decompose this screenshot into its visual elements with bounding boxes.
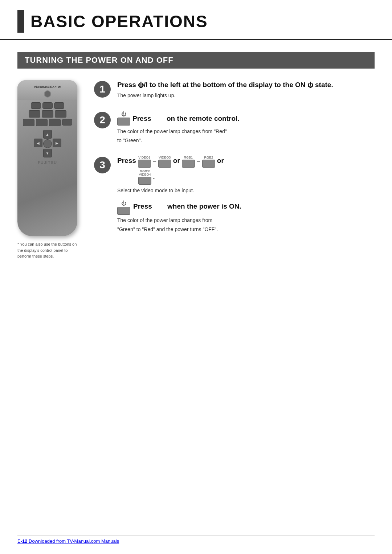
step-3-btn-rgb1: RGB1 (182, 156, 195, 168)
section-bar: TURNING THE POWER ON AND OFF (17, 52, 375, 69)
power-icon-above: ⏻ (121, 111, 126, 117)
off-desc-line1: The color of the power lamp changes from (117, 217, 375, 224)
step-3-dash-2: – (197, 158, 200, 165)
section-title: TURNING THE POWER ON AND OFF (25, 56, 173, 65)
step-3-press-label: Press (117, 156, 136, 166)
step-3: 3 Press VIDEO1 – VIDEO3 or RG (94, 156, 375, 235)
step-2-icon-col: ⏻ (117, 111, 130, 126)
remote-mid-buttons (20, 110, 74, 118)
dpad-up: ▲ (43, 130, 52, 139)
page-footer: E-12 Downloaded from TV-Manual.com Manua… (17, 535, 375, 544)
remote-lower-buttons (20, 119, 74, 126)
footer-link-text: Downloaded from TV-Manual.com Manuals (27, 538, 119, 544)
step-1-desc: The power lamp lights up. (117, 92, 375, 99)
remote-btn-mode (54, 102, 64, 109)
remote-brand: Plasmavision W (34, 85, 61, 89)
step-2: 2 ⏻ Press on the remote control. The col… (94, 111, 375, 146)
remote-column: Plasmavision W (17, 80, 81, 259)
remote-top-buttons (20, 102, 74, 109)
step-3-btn-rgb3: RGB3/VIDEO4 (138, 170, 151, 185)
step-2-desc-line1: The color of the power lamp changes from… (117, 128, 375, 135)
page-title: BASIC OPERATIONS (30, 12, 208, 31)
step-3-btn-video3: VIDEO3 (158, 156, 171, 168)
step-3-or-2: or (217, 156, 224, 166)
main-content: Plasmavision W (0, 80, 392, 259)
power-symbol-2: ⏻ (307, 82, 313, 88)
step-2-desc-line2: to "Green". (117, 137, 375, 144)
remote-btn-video1 (29, 110, 40, 118)
footer-page-label: E- (17, 538, 22, 544)
step-2-heading: Press on the remote control. (132, 114, 240, 124)
step-3-desc: Select the video mode to be input. (117, 187, 375, 194)
step-1-heading: Press ⏻/I to the left at the bottom of t… (117, 80, 375, 90)
step-3-btn-rgb3-row: RGB3/VIDEO4 . (138, 170, 375, 185)
off-icon-col: ⏻ (117, 200, 130, 215)
off-power-icon: ⏻ (121, 200, 126, 206)
step-2-press-label: Press (132, 115, 151, 122)
remote-btn-rgb2 (49, 119, 61, 126)
off-power-button (117, 207, 130, 215)
remote-top: Plasmavision W (17, 80, 77, 100)
remote-btn-video2 (42, 110, 53, 118)
step-1-number: 1 (94, 81, 111, 98)
page-header: BASIC OPERATIONS (0, 0, 392, 40)
step-3-dash-1: – (153, 158, 156, 165)
step-3-period: . (153, 173, 155, 180)
remote-btn-rgb1 (55, 110, 66, 118)
remote-btn-display (31, 102, 41, 109)
off-heading-post: when the power is ON. (167, 202, 241, 210)
step-2-number: 2 (94, 112, 111, 128)
remote-manufacturer: FUJITSU (17, 160, 77, 165)
footer-page-num: 12 (22, 538, 27, 544)
dpad-right: ▶ (53, 139, 61, 147)
remote-power-button (44, 90, 51, 98)
step-3-number: 3 (94, 157, 111, 173)
remote-btn-video4 (36, 119, 48, 126)
off-desc-line2: "Green" to "Red" and the power turns "OF… (117, 226, 375, 233)
off-section: ⏻ Press when the power is ON. The color … (117, 198, 375, 233)
dpad-left: ◀ (34, 139, 42, 147)
remote-dpad: ▲ ◀ ▶ ▼ (33, 130, 62, 157)
step-1: 1 Press ⏻/I to the left at the bottom of… (94, 80, 375, 101)
step-2-remote-button (117, 118, 130, 126)
step-2-heading-post: on the remote control. (167, 115, 240, 122)
off-heading-row: ⏻ Press when the power is ON. (117, 200, 375, 215)
off-heading: Press when the power is ON. (133, 202, 241, 212)
header-bar (17, 10, 24, 33)
power-symbol-1: ⏻ (138, 82, 144, 88)
footnote-text: * You can also use the buttons on the di… (17, 241, 77, 259)
step-2-content: ⏻ Press on the remote control. The color… (117, 111, 375, 146)
dpad-center (43, 139, 52, 148)
remote-illustration: Plasmavision W (17, 80, 77, 236)
steps-column: 1 Press ⏻/I to the left at the bottom of… (94, 80, 375, 259)
step-3-btn-video1: VIDEO1 (138, 156, 151, 168)
step-2-heading-row: ⏻ Press on the remote control. (117, 111, 375, 126)
remote-power-row (44, 90, 51, 98)
step-3-buttons-row: Press VIDEO1 – VIDEO3 or RGB1 (117, 156, 375, 168)
step-3-content: Press VIDEO1 – VIDEO3 or RGB1 (117, 156, 375, 235)
remote-btn-vol (62, 119, 72, 126)
remote-btn-video3 (23, 119, 34, 126)
off-press-label: Press (133, 202, 152, 210)
step-3-or-1: or (173, 156, 180, 166)
step-3-btn-rgb2: RGB2 (202, 156, 215, 168)
dpad-down: ▼ (43, 149, 52, 157)
step-1-content: Press ⏻/I to the left at the bottom of t… (117, 80, 375, 101)
footer-link[interactable]: E-12 Downloaded from TV-Manual.com Manua… (17, 538, 119, 544)
remote-btn-mfg (42, 102, 53, 109)
